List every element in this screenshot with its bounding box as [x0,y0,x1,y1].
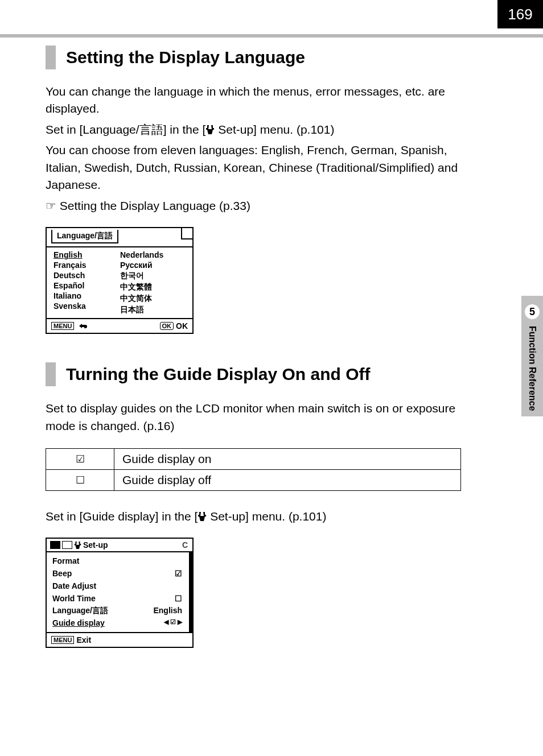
lcd-item: Español [54,280,120,291]
table-row: ☑ Guide display on [46,448,461,469]
text-fragment: Set in [Guide display] in the [ [46,510,198,523]
lcd-language-menu: Language/言語 English Français Deutsch Esp… [46,227,194,334]
lcd-setup-value: English [153,605,182,617]
lcd-setup-values: ☑ ☐ English ◀ ☑ ▶ [153,555,186,629]
lcd-item: Deutsch [54,270,120,280]
section-title-text: Setting the Display Language [66,48,305,67]
lcd-header-corner-box [181,227,194,239]
chapter-number-badge: 5 [525,304,540,319]
text-fragment: Set-up] menu. (p.101) [215,123,334,136]
setup-tool-icon [198,511,207,522]
lcd-item: 한국어 [120,270,187,282]
text-fragment: Set in [Language/言語] in the [ [46,123,205,136]
lcd-item: Svenska [54,301,120,311]
lcd-item: 中文简体 [120,293,187,304]
lcd-item: 日本語 [120,304,187,316]
ok-label: OK [176,321,188,331]
body-paragraph-reference: ☞ Setting the Display Language (p.33) [46,197,461,214]
heading-accent-bar [46,46,56,69]
lcd-title: Language/言語 [51,230,118,243]
menu-button-icon: MENU [51,322,74,330]
menu-button-icon: MENU [51,636,74,644]
lcd-setup-value [153,555,182,567]
guide-display-table: ☑ Guide display on ☐ Guide display off [46,448,461,491]
setup-tool-icon [74,541,81,550]
table-cell: Guide display on [114,448,461,469]
page-number: 169 [497,0,543,28]
lcd-language-col-2: Nederlands Русский 한국어 中文繁體 中文简体 日本語 [120,250,187,316]
lcd-setup-menu: Set-up C Format Beep Date Adjust World T… [46,538,194,647]
side-tab: 5 Function Reference [521,296,543,416]
text-fragment: Set-up] menu. (p.101) [207,510,326,523]
lcd-setup-item: Beep [52,567,153,580]
lcd-header: Language/言語 [47,228,192,247]
exit-label: Exit [76,635,91,645]
heading-accent-bar [46,362,56,386]
table-row: ☐ Guide display off [46,469,461,490]
lcd-item: Nederlands [120,250,187,260]
lcd-tab-bar: Set-up C [47,539,192,552]
top-divider [0,34,543,38]
back-arrow-icon [76,323,88,329]
lcd-item: Русский [120,260,187,270]
lcd-item-selected: English [54,250,120,260]
table-cell: Guide display off [114,469,461,490]
lcd-item: 中文繁體 [120,282,187,293]
lcd-setup-labels: Format Beep Date Adjust World Time Langu… [52,555,153,629]
tab-custom-c: C [182,540,189,550]
body-paragraph: Set in [Guide display] in the [ Set-up] … [46,508,461,525]
lcd-setup-item: Format [52,555,153,567]
ok-button-icon: OK [160,322,174,330]
body-paragraph: Set in [Language/言語] in the [ Set-up] me… [46,121,461,138]
body-paragraph: You can change the language in which the… [46,83,461,118]
body-paragraph: You can choose from eleven languages: En… [46,142,461,193]
tab-playback-icon [62,541,72,549]
setup-tool-icon [205,125,215,135]
body-paragraph: Set to display guides on the LCD monitor… [46,400,461,435]
lcd-item: Italiano [54,291,120,301]
section-heading-guide: Turning the Guide Display On and Off [46,362,461,386]
section-heading-language: Setting the Display Language [46,46,461,69]
lcd-setup-value-selector: ◀ ☑ ▶ [153,617,182,627]
lcd-setup-item: World Time [52,592,153,605]
checkbox-unchecked-icon: ☐ [46,469,114,490]
lcd-setup-value [153,580,182,592]
lcd-footer: MENU Exit [47,632,192,647]
lcd-setup-item-selected: Guide display [52,617,153,630]
section-title-text: Turning the Guide Display On and Off [66,365,370,384]
lcd-setup-value-checked: ☑ [153,567,182,580]
lcd-setup-item: Date Adjust [52,580,153,592]
chapter-title: Function Reference [527,326,537,411]
lcd-language-col-1: English Français Deutsch Español Italian… [54,250,120,316]
lcd-footer: MENU OK OK [47,318,192,333]
lcd-item: Français [54,260,120,270]
tab-camera-icon [50,541,60,549]
checkbox-checked-icon: ☑ [46,448,114,469]
lcd-setup-item: Language/言語 [52,605,153,617]
lcd-setup-value-unchecked: ☐ [153,592,182,605]
tab-label-setup: Set-up [83,540,108,550]
